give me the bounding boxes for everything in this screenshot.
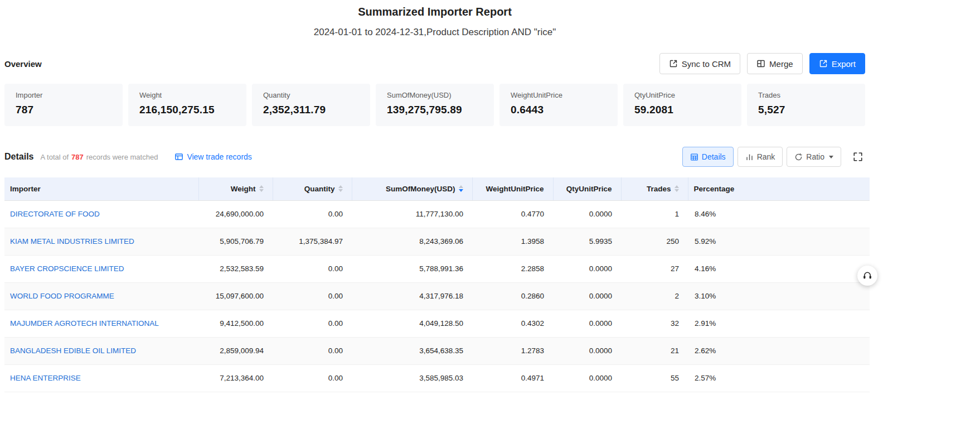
details-heading: Details [4,152,33,162]
stat-card: WeightUnitPrice 0.6443 [499,84,618,126]
qty-unit-price-cell: 0.0000 [553,255,621,282]
trades-cell: 21 [621,337,688,364]
stat-label: Importer [16,91,111,99]
sum-of-money-cell: 8,243,369.06 [352,228,472,255]
page-title: Summarized Importer Report [0,6,870,18]
column-label: Importer [10,185,41,193]
table-row: WORLD FOOD PROGRAMME 15,097,600.00 0.00 … [4,282,870,310]
importer-link[interactable]: HENA ENTERPRISE [10,374,81,382]
importer-cell: KIAM METAL INDUSTRIES LIMITED [4,228,198,255]
overview-bar: Overview Sync to CRM Merge Export [4,53,865,74]
importer-link[interactable]: BAYER CROPSCIENCE LIMITED [10,264,124,273]
sync-to-crm-button[interactable]: Sync to CRM [659,53,740,74]
table-header-row: ImporterWeightQuantitySumOfMoney(USD)Wei… [4,177,870,200]
details-bar: Details A total of 787 records were matc… [4,146,865,167]
stat-card: SumOfMoney(USD) 139,275,795.89 [376,84,494,126]
quantity-cell: 0.00 [273,310,352,337]
fullscreen-icon [853,152,863,162]
importer-link[interactable]: KIAM METAL INDUSTRIES LIMITED [10,237,134,246]
fullscreen-button[interactable] [851,150,865,164]
percentage-cell: 2.91% [688,310,870,337]
importer-link[interactable]: DIRECTORATE OF FOOD [10,210,100,218]
sort-carets-icon[interactable] [675,185,679,192]
sum-of-money-cell: 3,585,985.03 [352,364,472,392]
ratio-view-toggle[interactable]: Ratio [787,147,841,167]
column-header-qty_unit_price: QtyUnitPrice [553,177,621,200]
percentage-cell: 5.92% [688,228,870,255]
table-row: MAJUMDER AGROTECH INTERNATIONAL 9,412,50… [4,310,870,337]
matched-suffix: records were matched [86,153,158,161]
rank-view-toggle[interactable]: Rank [738,147,783,167]
trades-cell: 55 [621,364,688,392]
weight-unit-price-cell: 0.4302 [472,310,553,337]
weight-unit-price-cell: 1.2783 [472,337,553,364]
support-button[interactable] [857,266,877,286]
trades-cell: 32 [621,310,688,337]
importer-cell: WORLD FOOD PROGRAMME [4,282,198,310]
merge-button[interactable]: Merge [747,53,803,74]
importer-table: ImporterWeightQuantitySumOfMoney(USD)Wei… [4,177,870,392]
page-content: Summarized Importer Report 2024-01-01 to… [0,0,870,392]
rank-toggle-label: Rank [757,152,775,161]
column-label: Weight [231,185,256,193]
weight-unit-price-cell: 0.4971 [472,364,553,392]
stat-value: 5,527 [758,104,854,116]
sync-to-crm-label: Sync to CRM [682,59,731,69]
stat-value: 0.6443 [511,104,607,116]
view-toggles: Details Rank Ratio [682,147,865,167]
column-header-percentage: Percentage [688,177,870,200]
export-icon [819,59,828,68]
qty-unit-price-cell: 0.0000 [553,337,621,364]
view-trade-records-link[interactable]: View trade records [174,152,251,161]
action-buttons: Sync to CRM Merge Export [659,53,865,74]
export-button[interactable]: Export [809,53,865,74]
importer-cell: MAJUMDER AGROTECH INTERNATIONAL [4,310,198,337]
qty-unit-price-cell: 5.9935 [553,228,621,255]
weight-unit-price-cell: 1.3958 [472,228,553,255]
ratio-toggle-label: Ratio [806,152,824,161]
stat-label: QtyUnitPrice [634,91,730,99]
stat-card: Weight 216,150,275.15 [128,84,246,126]
column-header-weight[interactable]: Weight [198,177,273,200]
weight-cell: 5,905,706.79 [198,228,273,255]
sum-of-money-cell: 11,777,130.00 [352,200,472,228]
report-subtitle: 2024-01-01 to 2024-12-31,Product Descrip… [0,27,870,38]
sort-carets-icon[interactable] [459,185,463,192]
column-header-sum_of_money[interactable]: SumOfMoney(USD) [352,177,472,200]
column-label: QtyUnitPrice [566,185,612,193]
details-view-toggle[interactable]: Details [682,147,734,167]
stat-value: 216,150,275.15 [139,104,235,116]
bar-chart-icon [745,153,754,161]
table-row: BANGLADESH EDIBLE OIL LIMITED 2,859,009.… [4,337,870,364]
matched-count: 787 [71,153,84,161]
column-label: SumOfMoney(USD) [386,185,455,193]
trade-records-icon [174,152,183,161]
merge-icon [756,59,765,68]
column-label: WeightUnitPrice [486,185,544,193]
trades-cell: 27 [621,255,688,282]
stats-row: Importer 787 Weight 216,150,275.15 Quant… [4,84,865,126]
sort-carets-icon[interactable] [338,185,343,192]
column-label: Quantity [304,185,335,193]
sum-of-money-cell: 4,049,128.50 [352,310,472,337]
sum-of-money-cell: 3,654,638.35 [352,337,472,364]
stat-label: Quantity [263,91,359,99]
column-label: Percentage [694,185,735,193]
importer-link[interactable]: WORLD FOOD PROGRAMME [10,292,114,300]
percentage-cell: 2.57% [688,364,870,392]
sort-carets-icon[interactable] [259,185,264,192]
weight-unit-price-cell: 2.2858 [472,255,553,282]
percentage-cell: 3.10% [688,282,870,310]
weight-cell: 7,213,364.00 [198,364,273,392]
table-row: HENA ENTERPRISE 7,213,364.00 0.00 3,585,… [4,364,870,392]
column-header-trades[interactable]: Trades [621,177,688,200]
stat-value: 139,275,795.89 [387,104,483,116]
chevron-down-icon [829,156,833,158]
importer-link[interactable]: MAJUMDER AGROTECH INTERNATIONAL [10,319,159,328]
stat-value: 59.2081 [634,104,730,116]
importer-link[interactable]: BANGLADESH EDIBLE OIL LIMITED [10,346,136,355]
importer-cell: BANGLADESH EDIBLE OIL LIMITED [4,337,198,364]
column-header-quantity[interactable]: Quantity [273,177,352,200]
table-row: BAYER CROPSCIENCE LIMITED 2,532,583.59 0… [4,255,870,282]
weight-unit-price-cell: 0.4770 [472,200,553,228]
